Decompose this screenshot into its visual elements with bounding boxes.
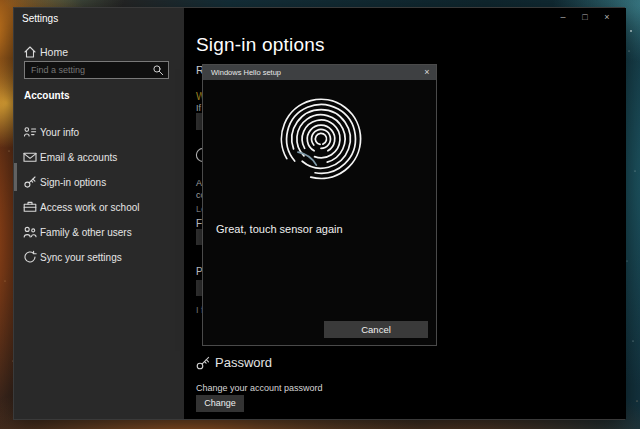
maximize-button[interactable]: □ <box>576 10 594 25</box>
desktop: – □ × Settings Home Accounts <box>0 0 640 429</box>
briefcase-icon <box>23 200 37 214</box>
password-section-description: Change your account password <box>196 383 323 393</box>
sidebar-item-email-accounts[interactable]: Email & accounts <box>14 145 184 170</box>
sidebar-item-your-info[interactable]: Your info <box>14 120 184 145</box>
change-password-button[interactable]: Change <box>196 395 244 412</box>
window-controls: – □ × <box>554 10 616 25</box>
windows-hello-setup-dialog: Windows Hello setup × Great, touch senso… <box>202 64 437 346</box>
sync-icon <box>23 250 37 264</box>
dialog-title: Windows Hello setup <box>203 65 436 80</box>
password-key-icon <box>195 355 211 371</box>
close-button[interactable]: × <box>598 10 616 25</box>
window-title: Settings <box>22 13 58 24</box>
cancel-button[interactable]: Cancel <box>324 321 428 338</box>
dialog-message: Great, touch sensor again <box>216 223 343 235</box>
wallpaper-stars <box>630 30 632 32</box>
email-icon <box>23 150 37 164</box>
page-title: Sign-in options <box>196 34 325 56</box>
contact-card-icon <box>23 125 37 139</box>
dialog-close-icon[interactable]: × <box>418 65 436 80</box>
sidebar-item-home[interactable]: Home <box>14 41 184 63</box>
people-icon <box>23 225 37 239</box>
password-section-title: Password <box>215 355 272 370</box>
sidebar: Settings Home Accounts Your info <box>14 8 184 419</box>
home-icon <box>23 45 37 59</box>
sidebar-item-label: Access work or school <box>40 195 139 220</box>
sidebar-item-label: Your info <box>40 120 79 145</box>
sidebar-scrollbar-thumb[interactable] <box>14 163 17 191</box>
sidebar-section-accounts: Accounts <box>24 90 70 101</box>
sidebar-item-label: Family & other users <box>40 220 132 245</box>
search-box <box>24 61 169 79</box>
sidebar-item-label: Home <box>40 41 68 63</box>
sidebar-item-sign-in-options[interactable]: Sign-in options <box>14 170 184 195</box>
sidebar-item-label: Sign-in options <box>40 170 106 195</box>
sidebar-item-label: Email & accounts <box>40 145 117 170</box>
minimize-button[interactable]: – <box>554 10 572 25</box>
sidebar-item-sync-settings[interactable]: Sync your settings <box>14 245 184 270</box>
search-input[interactable] <box>25 65 152 75</box>
sidebar-item-label: Sync your settings <box>40 245 122 270</box>
sidebar-item-family-other-users[interactable]: Family & other users <box>14 220 184 245</box>
fingerprint-graphic <box>278 89 364 213</box>
dialog-titlebar: Windows Hello setup × <box>203 65 436 80</box>
search-icon[interactable] <box>152 64 164 76</box>
key-icon <box>23 175 37 189</box>
sidebar-item-access-work-school[interactable]: Access work or school <box>14 195 184 220</box>
